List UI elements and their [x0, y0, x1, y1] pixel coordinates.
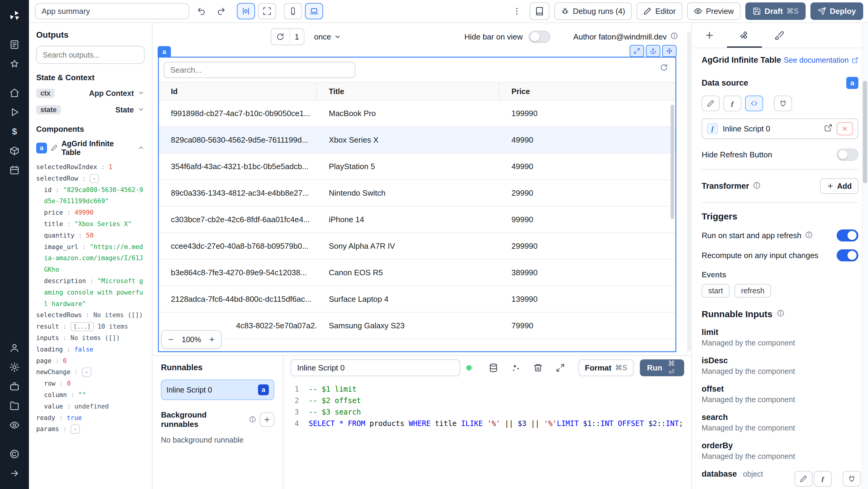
info-icon[interactable] [249, 414, 256, 425]
copilot-icon[interactable] [4, 445, 25, 464]
output-row-selectedRowIndex[interactable]: selectedRowIndex : 1 [36, 161, 145, 173]
refresh-interval-select[interactable]: once [314, 32, 341, 41]
chevron-down-icon[interactable] [137, 88, 145, 99]
tab-insert-component[interactable] [692, 23, 727, 48]
expand-editor-icon[interactable] [554, 362, 566, 374]
output-row-newChange[interactable]: newChange : - [36, 367, 145, 378]
output-row-params[interactable]: params : - [36, 424, 145, 435]
column-header-price[interactable]: Price [499, 83, 675, 100]
output-row-id[interactable]: id : "829ca080-5630-4562-9d5e-7611199dc6… [36, 184, 145, 207]
output-row-ready[interactable]: ready : true [36, 412, 145, 424]
output-row-selectedRow[interactable]: selectedRow : - [36, 173, 145, 184]
recompute-toggle[interactable] [837, 249, 858, 262]
audit-logs-icon[interactable] [4, 416, 25, 435]
workers-icon[interactable] [4, 377, 25, 396]
output-row-price[interactable]: price : 49990 [36, 207, 145, 219]
eval-mode-button[interactable] [745, 96, 763, 111]
app-summary-input[interactable] [35, 3, 189, 19]
grid-columns-button[interactable] [237, 3, 255, 19]
run-on-start-toggle[interactable] [837, 230, 858, 242]
table-row[interactable]: 89c0a336-1343-4812-ac34-e4bb8e27...Ninte… [159, 180, 675, 207]
mobile-view-button[interactable] [284, 3, 302, 19]
docs-button[interactable] [530, 2, 550, 20]
canvas-scrollbar[interactable] [687, 31, 691, 352]
component-handle-badge[interactable]: a [158, 46, 171, 58]
table-row[interactable]: 829ca080-5630-4562-9d5e-7611199d...Xbox … [159, 127, 675, 153]
output-row-description[interactable]: description : "Microsoft gaming console … [36, 276, 145, 310]
redo-button[interactable] [213, 3, 229, 19]
connect-mode-button[interactable] [774, 96, 792, 111]
collapse-toggle[interactable]: [...] [70, 322, 94, 331]
grid-refresh-icon[interactable] [660, 63, 668, 74]
ai-assistant-icon[interactable] [510, 362, 522, 374]
home-icon[interactable] [4, 83, 25, 102]
outputs-search-input[interactable] [36, 46, 145, 64]
chevron-up-icon[interactable] [137, 143, 145, 154]
output-row-quantity[interactable]: quantity : 50 [36, 230, 145, 242]
output-row-result[interactable]: result : [...] 10 items [36, 321, 145, 333]
event-chip-refresh[interactable]: refresh [735, 284, 771, 298]
apps-icon[interactable] [4, 35, 25, 54]
hide-bar-toggle[interactable] [529, 31, 550, 43]
output-row-page[interactable]: page : 0 [36, 356, 145, 367]
expand-rail-icon[interactable] [4, 464, 25, 483]
output-row-selectedRows[interactable]: selectedRows : No items ([]) [36, 310, 145, 321]
component-output-header[interactable]: a AgGrid Infinite Table [36, 139, 145, 157]
resources-icon[interactable] [4, 141, 25, 160]
refresh-app-icon[interactable] [271, 33, 289, 41]
collapse-toggle[interactable]: - [70, 425, 80, 434]
schedules-icon[interactable] [4, 160, 25, 180]
output-row-image_url[interactable]: image_url : "https://m.media-amazon.com/… [36, 242, 145, 276]
add-background-runnable-button[interactable] [260, 412, 274, 427]
table-row[interactable]: ccee43dc-27e0-40a8-b768-b09579b0...Sony … [159, 233, 675, 259]
draft-button[interactable]: Draft ⌘S [745, 2, 806, 20]
output-row-column[interactable]: column : "" [36, 390, 145, 401]
windmill-logo[interactable] [4, 6, 25, 25]
editor-tab-button[interactable]: Editor [637, 2, 682, 20]
database-connect-button[interactable] [843, 471, 861, 487]
grid-scrollbar[interactable] [671, 104, 674, 219]
output-row-row[interactable]: row : 0 [36, 378, 145, 390]
detach-script-button[interactable] [837, 122, 853, 135]
user-icon[interactable] [4, 338, 25, 358]
table-row[interactable]: c303bce7-cb2e-42c6-8fdf-6aa01fc4e4...iPh… [159, 207, 675, 233]
table-row[interactable]: f991898d-cb27-4ac7-b10c-0b9050ce1...MacB… [159, 100, 675, 127]
see-documentation-link[interactable]: See documentation [784, 56, 858, 64]
settings-icon[interactable] [4, 358, 25, 377]
ctx-row[interactable]: ctx App Context [36, 88, 145, 99]
variables-icon[interactable]: $ [4, 122, 25, 141]
database-template-button[interactable]: ƒ [814, 471, 832, 487]
expand-component-icon[interactable] [629, 45, 644, 57]
aggrid-component[interactable]: a IdTitlePrice f991898d-cb27-4ac7-b10c-0… [158, 57, 676, 352]
info-icon[interactable] [670, 32, 678, 42]
database-edit-button[interactable] [795, 471, 812, 487]
run-button[interactable]: Run ⌘ ⏎ [640, 359, 684, 376]
deploy-button[interactable]: Deploy [810, 2, 863, 20]
static-mode-button[interactable] [702, 96, 720, 111]
anchor-component-icon[interactable] [646, 45, 660, 57]
output-row-value[interactable]: value : undefined [36, 401, 145, 412]
debug-runs-button[interactable]: Debug runs (4) [554, 2, 632, 20]
format-button[interactable]: Format ⌘S [578, 359, 634, 376]
template-mode-button[interactable]: ƒ [723, 96, 741, 111]
more-menu-button[interactable] [509, 3, 525, 19]
database-icon[interactable] [487, 362, 499, 374]
favorites-icon[interactable] [4, 54, 25, 73]
fullscreen-canvas-button[interactable] [258, 3, 276, 19]
move-component-icon[interactable] [662, 45, 677, 57]
table-row[interactable]: 2128adca-7fc6-44bd-800c-dc115df6ac...Sur… [159, 286, 675, 313]
desktop-view-button[interactable] [305, 3, 323, 19]
state-row[interactable]: state State [36, 104, 145, 116]
info-icon[interactable] [753, 181, 761, 192]
runnable-item-inline-script-0[interactable]: Inline Script 0 a [161, 379, 274, 400]
info-icon[interactable] [777, 308, 784, 319]
script-name-input[interactable] [290, 359, 460, 376]
column-header-id[interactable]: Id [159, 83, 317, 100]
code-line[interactable]: 4SELECT * FROM products WHERE title ILIK… [283, 418, 691, 429]
attached-script-box[interactable]: f Inline Script 0 [702, 119, 858, 139]
zoom-out-button[interactable]: − [165, 334, 176, 344]
app-canvas[interactable]: 1 once Hide bar on view Author faton@win… [153, 23, 691, 355]
table-row[interactable]: 354f6afd-43ac-4321-b1bc-0b5e5adcb...Play… [159, 153, 675, 180]
collapse-toggle[interactable]: - [90, 174, 99, 183]
tab-component-settings[interactable] [727, 23, 762, 48]
